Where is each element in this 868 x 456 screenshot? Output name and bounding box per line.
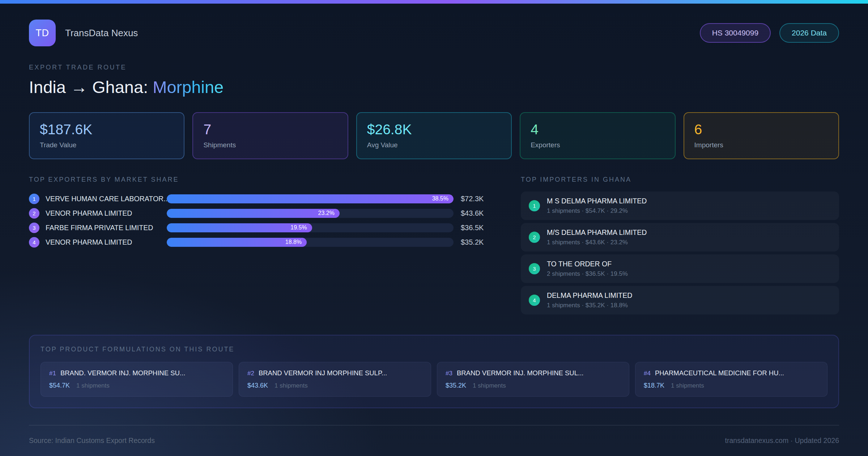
- exporter-value: $43.6K: [461, 209, 493, 218]
- exporter-name: FARBE FIRMA PRIVATE LIMITED: [46, 224, 167, 232]
- importer-name: DELMA PHARMA LIMITED: [547, 291, 632, 300]
- stat-cards: $187.6K Trade Value 7 Shipments $26.8K A…: [29, 112, 839, 159]
- rank-badge: 3: [29, 223, 39, 233]
- rank-badge: 1: [529, 200, 540, 211]
- formulation-value: $43.6K: [247, 382, 268, 389]
- formulation-card[interactable]: #2 BRAND VERMOR INJ MORPHINE SULP... $43…: [239, 362, 431, 397]
- exporter-value: $35.2K: [461, 238, 493, 246]
- importer-text: M S DELMA PHARMA LIMITED 1 shipments · $…: [547, 197, 647, 215]
- importer-name: M S DELMA PHARMA LIMITED: [547, 197, 647, 205]
- route-title: India → Ghana:: [29, 77, 148, 97]
- rank-badge: 4: [29, 237, 39, 248]
- footer: Source: Indian Customs Export Records tr…: [29, 425, 839, 445]
- stat-label: Trade Value: [40, 141, 174, 149]
- share-percent-label: 23.2%: [318, 210, 339, 216]
- importers-title: TOP IMPORTERS IN GHANA: [521, 176, 839, 183]
- formulation-value: $35.2K: [446, 382, 466, 389]
- rank-badge: 3: [529, 263, 540, 274]
- market-share-bar-track: 38.5%: [167, 194, 454, 203]
- brand-name: TransData Nexus: [65, 28, 138, 39]
- rank-badge: 4: [529, 295, 540, 306]
- stat-value: $187.6K: [40, 122, 174, 138]
- importer-text: TO THE ORDER OF 2 shipments · $36.5K · 1…: [547, 260, 628, 278]
- brand-logo: TD: [29, 20, 56, 46]
- formulations-section: TOP PRODUCT FORMULATIONS ON THIS ROUTE #…: [29, 335, 839, 408]
- exporter-row[interactable]: 1 VERVE HUMAN CARE LABORATOR... 38.5% $7…: [29, 191, 493, 206]
- share-percent-label: 19.5%: [290, 224, 312, 231]
- formulation-value: $54.7K: [49, 382, 70, 389]
- rank-badge: 1: [29, 194, 39, 204]
- market-share-bar-track: 23.2%: [167, 209, 454, 218]
- importer-details: 2 shipments · $36.5K · 19.5%: [547, 270, 628, 278]
- importer-name: TO THE ORDER OF: [547, 260, 628, 268]
- exporter-row[interactable]: 4 VENOR PHARMA LIMITED 18.8% $35.2K: [29, 235, 493, 249]
- exporters-list: 1 VERVE HUMAN CARE LABORATOR... 38.5% $7…: [29, 191, 493, 249]
- stat-value: 6: [694, 122, 828, 138]
- importer-details: 1 shipments · $35.2K · 18.8%: [547, 302, 632, 309]
- formulation-shipments: 1 shipments: [76, 382, 110, 389]
- exporter-value: $72.3K: [461, 195, 493, 203]
- importer-card[interactable]: 4 DELMA PHARMA LIMITED 1 shipments · $35…: [521, 286, 839, 314]
- stat-card-trade-value: $187.6K Trade Value: [29, 112, 184, 159]
- rank-badge: 2: [29, 208, 39, 219]
- market-share-bar: 38.5%: [167, 194, 454, 203]
- market-share-bar: 18.8%: [167, 238, 307, 247]
- market-share-bar-track: 19.5%: [167, 223, 454, 232]
- stat-value: $26.8K: [367, 122, 501, 138]
- market-share-bar: 19.5%: [167, 223, 312, 232]
- formulation-name: PHARMACEUTICAL MEDICINE FOR HU...: [655, 369, 784, 377]
- stat-value: 7: [203, 122, 337, 138]
- formulation-rank: #3: [446, 370, 452, 377]
- market-share-bar-track: 18.8%: [167, 238, 454, 247]
- rank-badge: 2: [529, 232, 540, 243]
- stat-card-importers: 6 Importers: [684, 112, 839, 159]
- formulation-shipments: 1 shipments: [473, 382, 506, 389]
- brand: TD TransData Nexus: [29, 20, 138, 46]
- formulation-card[interactable]: #1 BRAND. VERMOR INJ. MORPHINE SU... $54…: [41, 362, 233, 397]
- page-container: TD TransData Nexus HS 30049099 2026 Data…: [0, 20, 868, 445]
- hs-code-badge: HS 30049099: [700, 23, 771, 43]
- importer-details: 1 shipments · $43.6K · 23.2%: [547, 239, 647, 246]
- product-title: Morphine: [153, 77, 224, 97]
- market-share-bar: 23.2%: [167, 209, 340, 218]
- header-badges: HS 30049099 2026 Data: [700, 23, 839, 43]
- share-percent-label: 18.8%: [285, 239, 307, 245]
- stat-label: Avg Value: [367, 141, 501, 149]
- exporter-name: VENOR PHARMA LIMITED: [46, 238, 167, 246]
- stat-value: 4: [531, 122, 664, 138]
- importer-text: DELMA PHARMA LIMITED 1 shipments · $35.2…: [547, 291, 632, 309]
- stat-label: Importers: [694, 141, 828, 149]
- stat-label: Shipments: [203, 141, 337, 149]
- importer-card[interactable]: 1 M S DELMA PHARMA LIMITED 1 shipments ·…: [521, 191, 839, 220]
- stat-card-shipments: 7 Shipments: [192, 112, 348, 159]
- formulations-list: #1 BRAND. VERMOR INJ. MORPHINE SU... $54…: [41, 362, 827, 397]
- importer-name: M/S DELMA PHARMA LIMITED: [547, 228, 647, 237]
- exporter-name: VERVE HUMAN CARE LABORATOR...: [46, 195, 167, 203]
- share-percent-label: 38.5%: [432, 195, 454, 202]
- exporter-row[interactable]: 3 FARBE FIRMA PRIVATE LIMITED 19.5% $36.…: [29, 220, 493, 235]
- importer-text: M/S DELMA PHARMA LIMITED 1 shipments · $…: [547, 228, 647, 246]
- formulation-rank: #1: [49, 370, 56, 377]
- importers-list: 1 M S DELMA PHARMA LIMITED 1 shipments ·…: [521, 191, 839, 314]
- exporters-section: TOP EXPORTERS BY MARKET SHARE 1 VERVE HU…: [29, 176, 493, 249]
- formulation-value: $18.7K: [644, 382, 664, 389]
- route-eyebrow: EXPORT TRADE ROUTE: [29, 64, 839, 71]
- exporters-title: TOP EXPORTERS BY MARKET SHARE: [29, 176, 493, 183]
- header: TD TransData Nexus HS 30049099 2026 Data: [29, 20, 839, 46]
- stat-card-avg-value: $26.8K Avg Value: [356, 112, 512, 159]
- exporter-value: $36.5K: [461, 224, 493, 232]
- stat-card-exporters: 4 Exporters: [520, 112, 675, 159]
- formulations-title: TOP PRODUCT FORMULATIONS ON THIS ROUTE: [41, 346, 827, 353]
- importer-card[interactable]: 2 M/S DELMA PHARMA LIMITED 1 shipments ·…: [521, 223, 839, 252]
- formulation-shipments: 1 shipments: [275, 382, 308, 389]
- formulation-card[interactable]: #3 BRAND VERMOR INJ. MORPHINE SUL... $35…: [437, 362, 629, 397]
- importer-details: 1 shipments · $54.7K · 29.2%: [547, 207, 647, 215]
- formulation-name: BRAND. VERMOR INJ. MORPHINE SU...: [60, 369, 185, 377]
- importer-card[interactable]: 3 TO THE ORDER OF 2 shipments · $36.5K ·…: [521, 254, 839, 283]
- main-columns: TOP EXPORTERS BY MARKET SHARE 1 VERVE HU…: [29, 176, 839, 317]
- exporter-name: VENOR PHARMA LIMITED: [46, 209, 167, 218]
- formulation-card[interactable]: #4 PHARMACEUTICAL MEDICINE FOR HU... $18…: [635, 362, 827, 397]
- exporter-row[interactable]: 2 VENOR PHARMA LIMITED 23.2% $43.6K: [29, 206, 493, 220]
- top-gradient-bar: [0, 0, 868, 4]
- data-year-badge: 2026 Data: [779, 23, 839, 43]
